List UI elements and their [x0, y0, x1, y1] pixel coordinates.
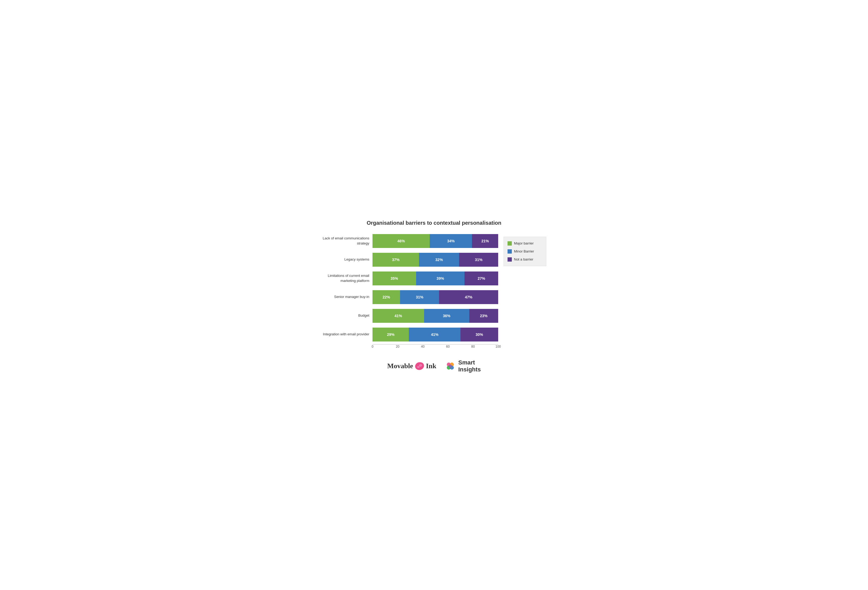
bar-segment: 31%	[459, 253, 498, 267]
bar-label: Lack of email communications strategy	[322, 236, 372, 246]
x-tick: 60	[446, 345, 450, 349]
bar-label: Limitations of current email marketing p…	[322, 274, 372, 283]
ink-blob-icon	[415, 361, 424, 371]
legend-label: Major barrier	[514, 241, 534, 245]
bar-segment: 23%	[469, 309, 498, 323]
legend-label: Not a barrier	[514, 257, 533, 261]
bar-label: Budget	[322, 313, 372, 318]
legend-label: Minor Barrier	[514, 249, 534, 253]
legend-swatch	[508, 249, 512, 254]
smart-label2: Insights	[458, 366, 481, 373]
smart-text: Smart Insights	[458, 359, 481, 373]
bar-segment: 41%	[372, 309, 424, 323]
movable-text: Movable	[387, 362, 413, 370]
bar-label: Legacy systems	[322, 257, 372, 262]
bar-segment: 47%	[439, 290, 498, 304]
bars-container: Lack of email communications strategy46%…	[322, 234, 498, 341]
bar-row: Budget41%36%23%	[322, 309, 498, 323]
x-tick: 0	[372, 345, 373, 349]
bar-segment: 34%	[430, 234, 472, 248]
legend-swatch	[508, 241, 512, 246]
chart-body: Lack of email communications strategy46%…	[322, 234, 546, 350]
bar-segment: 32%	[419, 253, 459, 267]
chart-title: Organisational barriers to contextual pe…	[322, 220, 546, 226]
legend-item: Major barrier	[508, 241, 542, 246]
ink-text: Ink	[426, 362, 436, 370]
bar-segment: 29%	[372, 328, 409, 341]
bar-segment: 37%	[372, 253, 419, 267]
bar-row: Limitations of current email marketing p…	[322, 271, 498, 285]
x-tick: 20	[396, 345, 399, 349]
bar-segment: 27%	[465, 271, 498, 285]
bar-track: 46%34%21%	[372, 234, 498, 248]
smart-label1: Smart	[458, 359, 481, 366]
bar-segment: 22%	[372, 290, 400, 304]
footer: Movable Ink Smart Insights	[322, 359, 546, 373]
bar-segment: 21%	[472, 234, 498, 248]
x-axis-inner: 020406080100	[372, 344, 498, 350]
bar-row: Lack of email communications strategy46%…	[322, 234, 498, 248]
bar-segment: 39%	[416, 271, 465, 285]
x-tick: 80	[471, 345, 475, 349]
legend-box: Major barrierMinor BarrierNot a barrier	[503, 237, 546, 266]
legend-swatch	[508, 257, 512, 262]
svg-point-7	[449, 365, 452, 368]
bar-track: 35%39%27%	[372, 271, 498, 285]
bar-track: 37%32%31%	[372, 253, 498, 267]
bar-row: Legacy systems37%32%31%	[322, 253, 498, 267]
legend-item: Minor Barrier	[508, 249, 542, 254]
bar-segment: 41%	[409, 328, 461, 341]
x-tick: 100	[496, 345, 501, 349]
bar-track: 41%36%23%	[372, 309, 498, 323]
chart-left: Lack of email communications strategy46%…	[322, 234, 498, 350]
bar-label: Senior manager buy-in	[322, 294, 372, 299]
bar-segment: 31%	[400, 290, 439, 304]
x-tick: 40	[421, 345, 424, 349]
bar-track: 29%41%30%	[372, 328, 498, 341]
bar-segment: 46%	[372, 234, 430, 248]
legend-items: Major barrierMinor BarrierNot a barrier	[508, 241, 542, 262]
bar-track: 22%31%47%	[372, 290, 498, 304]
smart-insights-icon	[444, 360, 456, 372]
legend-item: Not a barrier	[508, 257, 542, 262]
bar-row: Senior manager buy-in22%31%47%	[322, 290, 498, 304]
x-axis: 020406080100	[322, 344, 498, 350]
bar-segment: 30%	[461, 328, 498, 341]
bar-segment: 35%	[372, 271, 416, 285]
bar-label: Integration with email provider	[322, 332, 372, 337]
bar-row: Integration with email provider29%41%30%	[322, 328, 498, 341]
bar-segment: 36%	[424, 309, 469, 323]
logo-movable-ink: Movable Ink	[387, 361, 436, 371]
logo-smart-insights: Smart Insights	[444, 359, 481, 373]
x-axis-line	[372, 344, 498, 344]
chart-container: Organisational barriers to contextual pe…	[314, 209, 554, 381]
